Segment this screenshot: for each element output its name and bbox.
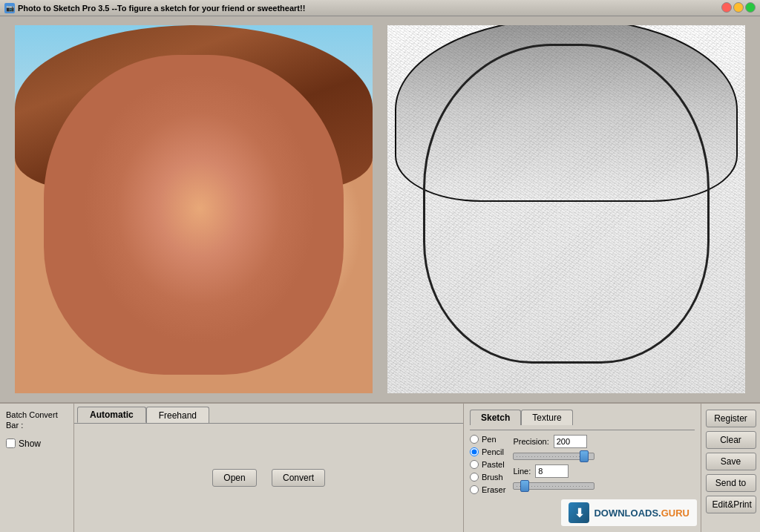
center-panel: Automatic Freehand Open Convert bbox=[74, 404, 463, 532]
left-controls: Batch Convert Bar : Show bbox=[0, 404, 74, 532]
radio-brush-row: Brush bbox=[470, 473, 505, 482]
sketch-face-outline bbox=[423, 44, 710, 364]
save-button[interactable]: Save bbox=[706, 453, 756, 470]
radio-eraser-row: Eraser bbox=[470, 485, 505, 494]
original-photo-frame bbox=[15, 25, 373, 393]
radio-pen[interactable] bbox=[470, 435, 479, 444]
app-icon: 📷 bbox=[4, 3, 15, 13]
show-checkbox-row: Show bbox=[6, 439, 68, 449]
line-slider-thumb[interactable] bbox=[520, 480, 529, 492]
images-container bbox=[0, 16, 760, 402]
line-row: Line: bbox=[513, 464, 695, 478]
minimize-button[interactable] bbox=[733, 2, 744, 13]
precision-row: Precision: bbox=[513, 435, 695, 448]
radio-pastel-row: Pastel bbox=[470, 460, 505, 469]
line-input[interactable] bbox=[535, 464, 569, 478]
radio-eraser[interactable] bbox=[470, 485, 479, 494]
line-slider-track[interactable] bbox=[513, 482, 594, 490]
watermark-text: DOWNLOADS.GURU bbox=[594, 508, 689, 519]
sketch-photo-frame bbox=[387, 25, 745, 393]
edit-print-button[interactable]: Edit&Print bbox=[706, 496, 756, 513]
right-buttons: Register Clear Save Send to Edit&Print bbox=[701, 404, 760, 532]
radio-pen-label: Pen bbox=[482, 435, 497, 444]
send-to-button[interactable]: Send to bbox=[706, 474, 756, 492]
watermark-logo: ⬇ bbox=[569, 502, 589, 523]
precision-input[interactable] bbox=[554, 435, 587, 448]
radio-eraser-label: Eraser bbox=[482, 485, 505, 494]
precision-label: Precision: bbox=[513, 437, 548, 446]
sketch-photo bbox=[387, 25, 745, 393]
show-label: Show bbox=[19, 439, 41, 449]
title-bar: 📷 Photo to Sketch Pro 3.5 --To figure a … bbox=[0, 0, 760, 16]
window-title: Photo to Sketch Pro 3.5 --To figure a sk… bbox=[18, 4, 756, 13]
radio-brush-label: Brush bbox=[482, 473, 503, 482]
watermark: ⬇ DOWNLOADS.GURU bbox=[561, 499, 697, 526]
register-button[interactable]: Register bbox=[706, 410, 756, 427]
radio-pencil-row: Pencil bbox=[470, 447, 505, 456]
precision-slider-container bbox=[513, 453, 695, 460]
radio-pencil-label: Pencil bbox=[482, 447, 504, 456]
watermark-downloads: DOWNLOADS. bbox=[594, 508, 661, 519]
precision-slider-track[interactable] bbox=[513, 453, 594, 460]
line-slider-container bbox=[513, 482, 695, 490]
line-label: Line: bbox=[513, 467, 531, 476]
sketch-texture-tabs: Sketch Texture bbox=[470, 410, 695, 425]
convert-area: Open Convert bbox=[80, 469, 457, 487]
tab-automatic[interactable]: Automatic bbox=[77, 407, 146, 423]
tab-content: Open Convert bbox=[74, 423, 463, 532]
radio-pastel[interactable] bbox=[470, 460, 479, 469]
tab-freehand[interactable]: Freehand bbox=[146, 407, 209, 423]
tabs-area: Automatic Freehand bbox=[74, 404, 463, 423]
sketch-options: Pen Pencil Pastel Brush Eraser bbox=[470, 430, 695, 494]
batch-convert-label: Batch Convert Bar : bbox=[6, 410, 68, 431]
tab-texture[interactable]: Texture bbox=[521, 410, 572, 425]
radio-brush[interactable] bbox=[470, 473, 479, 482]
watermark-guru: GURU bbox=[661, 508, 689, 519]
original-photo bbox=[15, 25, 373, 393]
show-checkbox[interactable] bbox=[6, 439, 16, 448]
close-button[interactable] bbox=[721, 2, 732, 13]
radio-pastel-label: Pastel bbox=[482, 460, 505, 469]
tab-sketch[interactable]: Sketch bbox=[470, 410, 521, 425]
face-main bbox=[44, 55, 344, 375]
settings-group: Precision: Line: bbox=[513, 435, 695, 494]
radio-group: Pen Pencil Pastel Brush Eraser bbox=[470, 435, 505, 494]
precision-slider-thumb[interactable] bbox=[580, 450, 589, 462]
convert-button[interactable]: Convert bbox=[272, 469, 325, 487]
radio-pencil[interactable] bbox=[470, 447, 479, 456]
radio-pen-row: Pen bbox=[470, 435, 505, 444]
open-button[interactable]: Open bbox=[212, 469, 257, 487]
window-controls[interactable] bbox=[721, 2, 756, 13]
maximize-button[interactable] bbox=[745, 2, 756, 13]
clear-button[interactable]: Clear bbox=[706, 431, 756, 449]
